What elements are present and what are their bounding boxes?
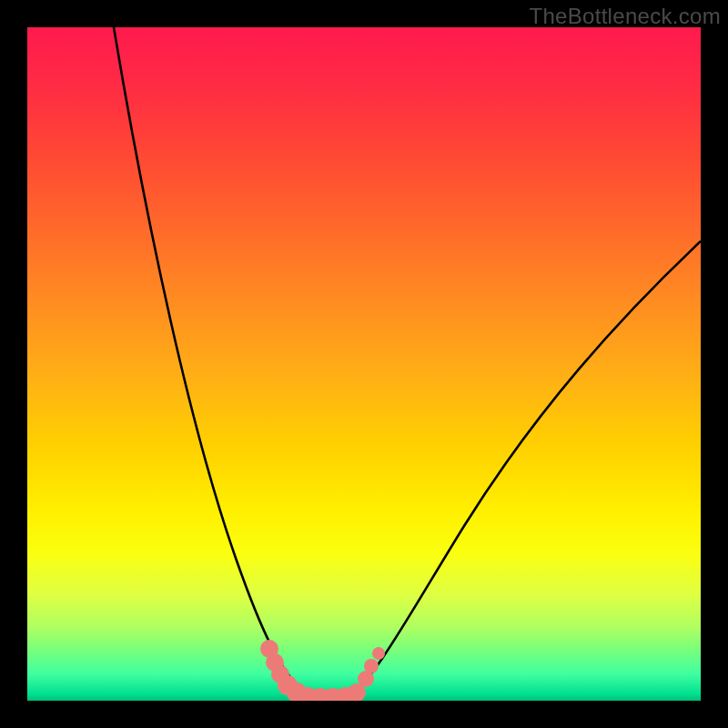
marker [372,647,385,660]
curves-svg [27,27,701,701]
marker [364,659,379,673]
plot-area [27,27,701,701]
watermark-text: TheBottleneck.com [529,4,721,29]
right-curve [348,241,701,697]
chart-frame: TheBottleneck.com [0,0,728,728]
left-curve [114,27,311,697]
marker-group [260,640,385,701]
